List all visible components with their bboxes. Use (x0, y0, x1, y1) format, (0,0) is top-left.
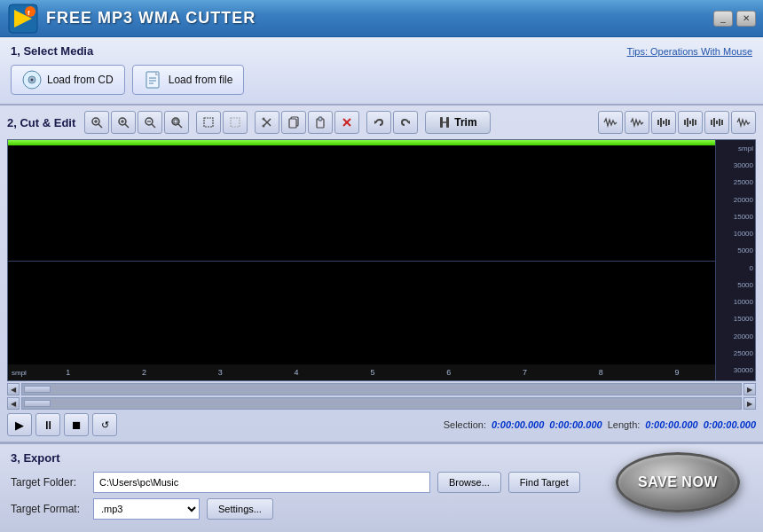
svg-point-2 (25, 6, 35, 17)
svg-rect-41 (446, 117, 449, 128)
trim-button[interactable]: Trim (425, 111, 490, 134)
selection-end-value: 0:00:00.000 (549, 419, 602, 430)
redo-button[interactable] (393, 111, 418, 134)
svg-line-24 (178, 124, 182, 128)
tips-link[interactable]: Tips: Operations With Mouse (627, 46, 752, 57)
title-bar: f FREE MP3 WMA CUTTER _ ✕ (0, 0, 763, 37)
amplitude-ruler: smpl 30000 25000 20000 15000 10000 5000 … (715, 140, 755, 380)
select-media-header: 1, Select Media (11, 44, 93, 58)
length-label: Length: (608, 419, 641, 430)
selection-info: Selection: 0:00:00.000 0:00:00.000 Lengt… (444, 419, 756, 430)
app-logo: f (7, 3, 39, 35)
cd-icon (22, 70, 42, 90)
section-select-top: 1, Select Media Tips: Operations With Mo… (11, 44, 752, 58)
zoom-fit-button[interactable] (164, 111, 189, 134)
svg-rect-43 (657, 120, 659, 125)
format-select[interactable]: .mp3.wma.wav.ogg (93, 498, 200, 520)
length-value2: 0:00:00.000 (704, 419, 756, 430)
svg-rect-52 (695, 120, 696, 125)
svg-rect-54 (713, 118, 715, 127)
zoom-out-button[interactable] (138, 111, 162, 134)
waveform-container[interactable]: smpl 123456789 smpl 30000 25000 20000 15… (7, 139, 756, 381)
scroll-track2[interactable] (21, 397, 742, 410)
load-from-cd-button[interactable]: Load from CD (11, 65, 125, 95)
undo-button[interactable] (366, 111, 391, 134)
time-ruler: smpl 123456789 (8, 364, 715, 380)
target-format-label: Target Format: (11, 503, 86, 515)
svg-point-6 (31, 79, 34, 82)
wave-view4-button[interactable] (678, 111, 703, 134)
wave-view6-button[interactable] (731, 111, 756, 134)
minimize-button[interactable]: _ (713, 11, 733, 27)
browse-button[interactable]: Browse... (437, 472, 501, 493)
svg-rect-35 (319, 117, 322, 121)
scroll-left1-button[interactable]: ◀ (7, 383, 20, 395)
center-line (8, 261, 715, 262)
play-button[interactable]: ▶ (7, 413, 32, 436)
scroll-thumb2 (24, 400, 51, 407)
stop-button[interactable]: ⏹ (64, 413, 89, 436)
wave-view1-button[interactable] (598, 111, 623, 134)
svg-rect-51 (692, 119, 694, 126)
svg-rect-33 (289, 119, 296, 128)
svg-rect-25 (174, 120, 177, 123)
toolbar-left: Trim (84, 111, 490, 134)
deselect-button[interactable] (223, 111, 248, 134)
delete-button[interactable] (334, 111, 359, 134)
settings-button[interactable]: Settings... (207, 498, 273, 520)
svg-rect-47 (668, 120, 670, 125)
close-button[interactable]: ✕ (736, 11, 756, 27)
scroll-left2-button[interactable]: ◀ (7, 397, 20, 410)
toolbar-right (598, 111, 756, 134)
window-controls: _ ✕ (713, 11, 756, 27)
bottom-section: Target Folder: Browse... Find Target Tar… (11, 472, 752, 525)
save-now-button[interactable]: SAVE NOW (616, 452, 740, 512)
load-buttons: Load from CD Load from file (11, 65, 752, 95)
svg-rect-45 (663, 121, 665, 124)
zoom-in2-button[interactable] (111, 111, 136, 134)
wave-view2-button[interactable] (625, 111, 649, 134)
load-from-file-button[interactable]: Load from file (132, 65, 245, 95)
transport-row: ▶ ⏸ ⏹ ↺ Selection: 0:00:00.000 0:00:00.0… (7, 413, 756, 436)
svg-rect-55 (716, 121, 718, 124)
save-now-label: SAVE NOW (638, 474, 718, 490)
main-content: 1, Select Media Tips: Operations With Mo… (0, 37, 763, 532)
svg-rect-49 (687, 118, 688, 127)
select-all-button[interactable] (196, 111, 221, 134)
wave-view5-button[interactable] (704, 111, 729, 134)
svg-line-21 (152, 124, 155, 128)
smpl-label: smpl (8, 369, 30, 377)
selection-start-value: 0:00:00.000 (492, 419, 544, 430)
svg-rect-50 (689, 121, 691, 124)
wave-view3-button[interactable] (651, 111, 676, 134)
selection-label: Selection: (444, 419, 486, 430)
copy-button[interactable] (281, 111, 306, 134)
svg-point-30 (263, 118, 265, 121)
zoom-in-button[interactable] (84, 111, 109, 134)
app-title: FREE MP3 WMA CUTTER (46, 9, 713, 27)
section-select-media: 1, Select Media Tips: Operations With Mo… (0, 37, 763, 106)
svg-rect-27 (231, 118, 240, 127)
cut-edit-header: 2, Cut & Edit (7, 116, 75, 129)
svg-line-17 (125, 124, 129, 128)
find-target-button[interactable]: Find Target (508, 472, 580, 493)
svg-rect-48 (684, 120, 686, 125)
horizontal-scrollbar1: ◀ ▶ (7, 383, 756, 395)
svg-rect-56 (719, 119, 720, 126)
horizontal-scrollbar2: ◀ ▶ (7, 397, 756, 410)
scroll-right2-button[interactable]: ▶ (743, 397, 756, 410)
svg-rect-40 (440, 117, 443, 128)
cut-button[interactable] (255, 111, 279, 134)
pause-button[interactable]: ⏸ (35, 413, 60, 436)
paste-button[interactable] (308, 111, 333, 134)
scroll-thumb1 (24, 386, 51, 393)
repeat-button[interactable]: ↺ (92, 413, 117, 436)
folder-input[interactable] (93, 472, 430, 493)
svg-text:f: f (28, 9, 30, 17)
scroll-track1[interactable] (21, 383, 742, 395)
section-edit-header-row: 2, Cut & Edit (7, 111, 756, 134)
svg-rect-57 (721, 120, 723, 125)
scroll-right1-button[interactable]: ▶ (743, 383, 756, 395)
svg-rect-44 (660, 118, 662, 127)
length-value1: 0:00:00.000 (645, 419, 697, 430)
